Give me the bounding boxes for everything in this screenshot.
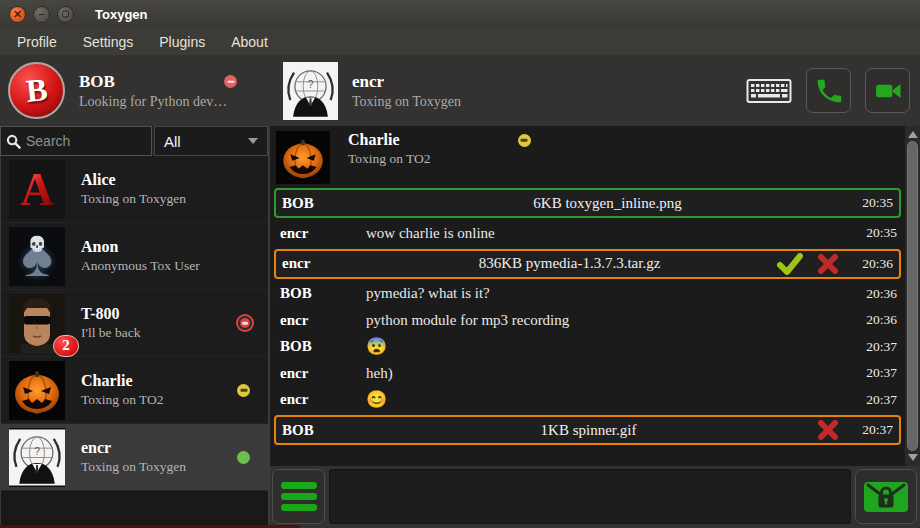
chat-header-name: Charlie [348,131,400,149]
scroll-down-icon[interactable] [908,454,918,461]
menu-settings[interactable]: Settings [70,30,147,54]
menu-about[interactable]: About [218,30,281,54]
maximize-icon [62,10,69,17]
contact-row-encr[interactable]: ? encr Toxing on Toxygen [1,424,268,491]
file-transfer-in-progress: BOB 1KB spinner.gif 20:37 [274,415,901,445]
peer-name: encr [352,72,461,92]
away-status-icon [237,384,250,397]
cancel-file-button[interactable] [813,418,843,442]
message-time: 20:37 [866,339,897,355]
message-time: 20:36 [866,286,897,302]
scrollbar-thumb[interactable] [907,141,918,451]
t800-avatar: 2 [9,294,65,353]
peer-avatar-anonymous: ? [283,62,338,120]
accept-file-button[interactable] [775,252,805,276]
contact-name: T-800 [81,305,140,323]
message-sender: encr [280,365,366,382]
contact-row-anon[interactable]: ♠ 💀 Anon Anonymous Tox User [1,223,268,290]
hamburger-menu-icon [281,482,317,489]
text-message: encr python module for mp3 recording 20:… [270,307,905,334]
audio-call-button[interactable] [806,68,851,113]
emoji-message: encr 😊 20:37 [270,387,905,414]
contact-name: Anon [81,238,200,256]
search-row: All [0,126,268,156]
self-status-message: Looking for Python dev… [79,94,227,110]
charlie-avatar [9,361,65,420]
unread-count-badge: 2 [53,335,79,357]
chat-contact-header: Charlie Toxing on TO2 [270,128,905,186]
message-sender: BOB [282,195,364,212]
search-box [0,126,152,156]
self-busy-status-icon [224,75,237,88]
search-input[interactable] [26,133,146,149]
menu-profile[interactable]: Profile [4,30,70,54]
window-minimize-button[interactable]: – [33,6,50,23]
svg-text:?: ? [34,445,40,456]
message-text: python module for mp3 recording [366,312,569,329]
contact-row-charlie[interactable]: Charlie Toxing on TO2 [1,357,268,424]
text-message: encr heh) 20:37 [270,360,905,387]
chat-scrollbar[interactable] [905,126,920,466]
message-sender: encr [282,255,364,272]
phone-icon [814,76,844,106]
chevron-down-icon [248,138,258,144]
message-sender: encr [280,391,366,408]
self-profile[interactable]: B BOB Looking for Python dev… [0,55,270,126]
title-bar: ✕ – Toxygen [0,0,920,28]
message-sender: BOB [280,285,366,302]
screen-keyboard-icon[interactable] [746,77,792,105]
menu-plugins[interactable]: Plugins [146,30,218,54]
filter-value: All [164,133,181,150]
scroll-up-icon[interactable] [908,131,918,138]
toxygen-window: ✕ – Toxygen Profile Settings Plugins Abo… [0,0,920,528]
minimize-icon: – [38,8,44,19]
anon-avatar: ♠ 💀 [9,227,65,286]
window-close-button[interactable]: ✕ [9,6,26,23]
contact-name: Charlie [81,372,164,390]
message-sender: encr [280,225,366,242]
search-icon [6,134,21,149]
emoji-message: BOB 😨 20:37 [270,334,905,361]
header-panel: B BOB Looking for Python dev… ? [0,55,920,126]
file-transfer-finished: BOB 6KB toxygen_inline.png 20:35 [274,188,901,218]
skull-icon: 💀 [28,235,47,253]
contact-name: Alice [81,171,186,189]
svg-text:?: ? [308,79,314,90]
contact-row-t800[interactable]: 2 T-800 I'll be back [1,290,268,357]
message-input-bar [270,466,920,528]
chat-header-status-message: Toxing on TO2 [348,151,531,167]
contact-row-alice[interactable]: A Alice Toxing on Toxygen [1,156,268,223]
video-call-button[interactable] [865,68,910,113]
encrypted-send-icon [863,481,909,513]
message-text: heh) [366,365,393,382]
video-camera-icon [872,76,904,106]
message-sender: BOB [282,422,364,439]
header-actions [746,68,920,113]
decline-file-button[interactable] [813,252,843,276]
encr-avatar: ? [9,428,65,487]
peer-status-message: Toxing on Toxygen [352,94,461,110]
send-message-button[interactable] [855,469,917,524]
message-time: 20:36 [866,312,897,328]
sidebar: All A Alice Toxing on Toxygen ♠ 💀 [0,126,270,528]
message-input[interactable] [329,469,851,524]
message-time: 20:37 [866,365,897,381]
contact-status-message: Toxing on Toxygen [81,459,186,475]
accept-check-icon [777,253,803,275]
message-time: 20:35 [851,195,893,211]
window-maximize-button[interactable] [57,6,74,23]
decline-cross-icon [817,419,839,441]
self-avatar: B [8,62,65,119]
shocked-smiley-icon: 😨 [366,336,387,357]
window-title: Toxygen [95,7,148,22]
message-time: 20:37 [851,422,893,438]
alice-avatar: A [9,160,65,219]
chat-menu-button[interactable] [272,469,325,524]
file-name: 1KB spinner.gif [364,422,813,439]
contact-filter-dropdown[interactable]: All [154,126,268,156]
message-sender: encr [280,312,366,329]
file-name: 836KB pymedia-1.3.7.3.tar.gz [364,255,775,272]
contact-status-message: Toxing on Toxygen [81,191,186,207]
text-message: encr wow charlie is online 20:35 [270,220,905,247]
away-status-icon [518,134,531,147]
